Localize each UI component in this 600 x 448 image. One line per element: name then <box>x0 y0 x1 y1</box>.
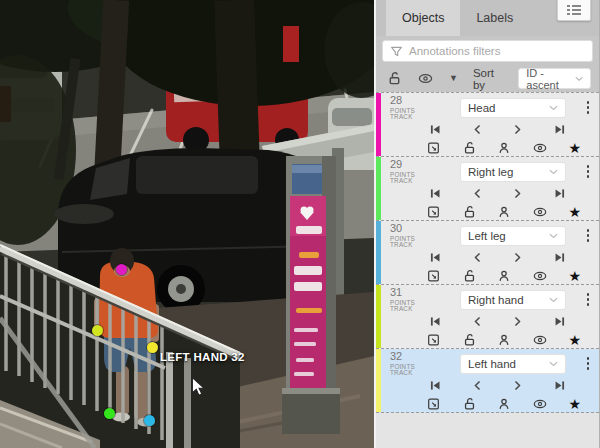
hide-button[interactable] <box>532 205 548 219</box>
object-menu-button[interactable] <box>583 163 594 180</box>
first-keyframe-button[interactable] <box>428 315 442 328</box>
keyframe-star-button[interactable]: ★ <box>568 333 581 347</box>
lock-button[interactable] <box>462 205 477 219</box>
last-keyframe-button[interactable] <box>553 251 567 264</box>
expand-states-button[interactable]: ▼ <box>449 74 458 83</box>
object-type: POINTS TRACK <box>390 364 436 377</box>
first-keyframe-button[interactable] <box>428 379 442 392</box>
eye-icon <box>532 269 548 283</box>
switch-outside-button[interactable] <box>426 397 441 411</box>
first-keyframe-button[interactable] <box>428 251 442 264</box>
object-type: POINTS TRACK <box>390 300 436 313</box>
object-color-bar <box>376 157 381 220</box>
object-row[interactable]: 32 POINTS TRACK Left hand <box>376 349 599 413</box>
object-menu-button[interactable] <box>583 355 594 372</box>
object-row[interactable]: 29 POINTS TRACK Right leg <box>376 157 599 221</box>
last-keyframe-button[interactable] <box>553 123 567 136</box>
box-arrow-icon <box>426 269 441 283</box>
last-keyframe-button[interactable] <box>553 379 567 392</box>
label-select[interactable]: Head <box>460 98 566 118</box>
object-id: 32 <box>390 351 436 362</box>
switch-outside-button[interactable] <box>426 141 441 155</box>
object-row[interactable]: 28 POINTS TRACK Head <box>376 93 599 157</box>
keyframe-star-button[interactable]: ★ <box>568 141 581 155</box>
switch-outside-button[interactable] <box>426 205 441 219</box>
annotations-filter-input[interactable] <box>382 40 593 62</box>
lock-button[interactable] <box>462 397 477 411</box>
left-hand-point[interactable] <box>147 342 158 353</box>
object-menu-button[interactable] <box>583 227 594 244</box>
label-select[interactable]: Left hand <box>460 354 566 374</box>
switch-outside-button[interactable] <box>426 269 441 283</box>
object-row[interactable]: 31 POINTS TRACK Right hand <box>376 285 599 349</box>
chevron-right-icon <box>512 251 523 264</box>
occluded-button[interactable] <box>497 141 511 155</box>
box-arrow-icon <box>426 333 441 347</box>
video-frame-image <box>0 0 374 448</box>
chevron-right-icon <box>512 379 523 392</box>
head-point[interactable] <box>116 264 127 275</box>
right-leg-point[interactable] <box>104 408 115 419</box>
tab-objects[interactable]: Objects <box>386 0 460 36</box>
last-keyframe-button[interactable] <box>553 315 567 328</box>
next-keyframe-button[interactable] <box>512 315 523 328</box>
object-type: POINTS TRACK <box>390 108 436 121</box>
eye-icon <box>417 71 434 86</box>
first-keyframe-button[interactable] <box>428 123 442 136</box>
lock-open-icon <box>462 397 477 411</box>
label-select[interactable]: Right hand <box>460 290 566 310</box>
objects-sidebar: Objects Labels <box>376 0 600 448</box>
prev-keyframe-button[interactable] <box>472 251 483 264</box>
keyframe-star-button[interactable]: ★ <box>568 205 581 219</box>
lock-all-button[interactable] <box>387 71 402 86</box>
keyframe-star-button[interactable]: ★ <box>568 269 581 283</box>
prev-keyframe-button[interactable] <box>472 187 483 200</box>
object-id-block: 31 POINTS TRACK <box>390 287 436 313</box>
hide-button[interactable] <box>532 397 548 411</box>
next-keyframe-button[interactable] <box>512 251 523 264</box>
lock-button[interactable] <box>462 269 477 283</box>
switch-outside-button[interactable] <box>426 333 441 347</box>
prev-keyframe-button[interactable] <box>472 315 483 328</box>
right-hand-point[interactable] <box>92 325 103 336</box>
hide-button[interactable] <box>532 269 548 283</box>
video-canvas[interactable]: LEFT HAND 32 <box>0 0 374 448</box>
keyframe-star-button[interactable]: ★ <box>568 397 581 411</box>
occluded-button[interactable] <box>497 333 511 347</box>
eye-icon <box>532 333 548 347</box>
label-select[interactable]: Left leg <box>460 226 566 246</box>
prev-keyframe-button[interactable] <box>472 123 483 136</box>
left-leg-point[interactable] <box>144 415 155 426</box>
label-select[interactable]: Right leg <box>460 162 566 182</box>
prev-keyframe-button[interactable] <box>472 379 483 392</box>
object-color-bar <box>376 221 381 284</box>
hide-all-button[interactable] <box>417 71 434 86</box>
object-menu-button[interactable] <box>583 291 594 308</box>
occluded-button[interactable] <box>497 397 511 411</box>
hide-button[interactable] <box>532 141 548 155</box>
filter-row <box>376 36 599 65</box>
tab-labels[interactable]: Labels <box>460 0 529 36</box>
occluded-button[interactable] <box>497 269 511 283</box>
skip-last-icon <box>553 251 567 264</box>
object-id: 28 <box>390 95 436 106</box>
object-id: 29 <box>390 159 436 170</box>
last-keyframe-button[interactable] <box>553 187 567 200</box>
object-menu-button[interactable] <box>583 99 594 116</box>
object-id-block: 29 POINTS TRACK <box>390 159 436 185</box>
next-keyframe-button[interactable] <box>512 123 523 136</box>
mouse-cursor <box>191 377 205 400</box>
occluded-button[interactable] <box>497 205 511 219</box>
sort-order-select[interactable]: ID - ascent <box>518 68 591 89</box>
lock-button[interactable] <box>462 141 477 155</box>
object-row[interactable]: 30 POINTS TRACK Left leg <box>376 221 599 285</box>
next-keyframe-button[interactable] <box>512 187 523 200</box>
next-keyframe-button[interactable] <box>512 379 523 392</box>
first-keyframe-button[interactable] <box>428 187 442 200</box>
lock-button[interactable] <box>462 333 477 347</box>
objects-controls-row: ▼ Sort by ID - ascent <box>376 65 599 92</box>
skip-last-icon <box>553 379 567 392</box>
annotations-filter-field[interactable] <box>409 45 585 57</box>
hide-button[interactable] <box>532 333 548 347</box>
annotations-list-button[interactable] <box>557 0 591 21</box>
